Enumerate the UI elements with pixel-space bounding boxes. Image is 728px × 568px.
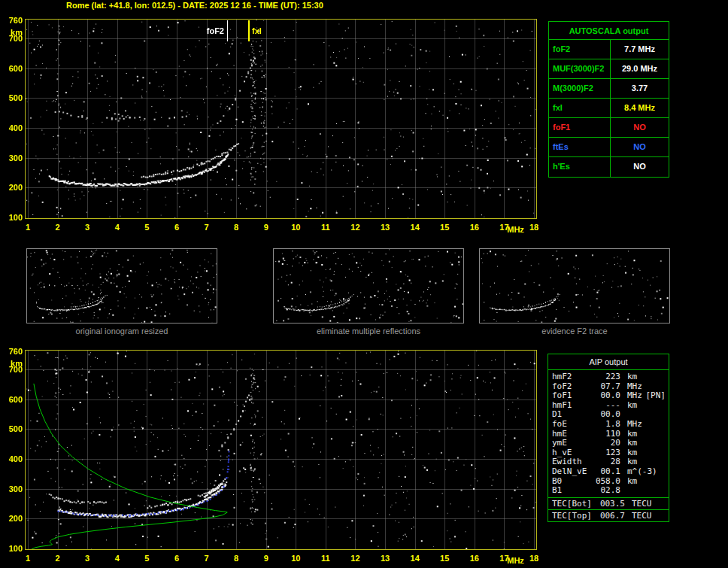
x-tick-label: 13 bbox=[378, 223, 393, 232]
tec-param-name: TEC[Top] bbox=[548, 510, 596, 521]
aip-param-unit: MHz bbox=[620, 391, 646, 401]
x-tick-label: 1 bbox=[20, 554, 35, 563]
x-tick-label: 9 bbox=[259, 554, 274, 563]
autoscala-row: M(3000)F23.77 bbox=[549, 79, 669, 99]
x-tick-label: 2 bbox=[50, 223, 65, 232]
autoscala-row-value: NO bbox=[611, 138, 669, 156]
thumbnail-f2-evidence bbox=[479, 248, 670, 323]
autoscala-row-label: ftEs bbox=[549, 138, 611, 156]
aip-param-value: 1.8 bbox=[593, 420, 620, 430]
aip-param-unit: km bbox=[620, 372, 669, 382]
x-tick-label: 14 bbox=[408, 223, 423, 232]
marker-label-fxI: fxI bbox=[252, 26, 262, 35]
aip-row: DelN_vE00.1m^(-3) bbox=[548, 467, 669, 477]
autoscala-row-value: 8.4 MHz bbox=[611, 99, 669, 117]
y-tick-label: 500 bbox=[1, 424, 23, 433]
aip-param-name: hmF2 bbox=[548, 372, 593, 382]
autoscala-row-label: MUF(3000)F2 bbox=[549, 59, 611, 78]
y-tick-label: 600 bbox=[1, 64, 23, 73]
autoscala-row: MUF(3000)F229.0 MHz bbox=[549, 59, 669, 79]
aip-tec-section: TEC[Bot]003.5TECUTEC[Top]006.7TECU bbox=[548, 497, 669, 521]
aip-param-name: DelN_vE bbox=[548, 467, 593, 477]
x-tick-label: 15 bbox=[437, 554, 452, 563]
autoscala-row-label: foF2 bbox=[549, 40, 611, 59]
autoscala-row: foF1NO bbox=[549, 118, 669, 138]
x-tick-label: 18 bbox=[526, 554, 541, 563]
profile-ionogram-canvas bbox=[26, 351, 536, 549]
tec-param-name: TEC[Bot] bbox=[548, 498, 596, 509]
x-tick-label: 18 bbox=[526, 223, 541, 232]
y-tick-label: 300 bbox=[1, 153, 23, 163]
x-tick-label: 7 bbox=[199, 554, 214, 563]
aip-tec-row: TEC[Top]006.7TECU bbox=[548, 509, 669, 521]
autoscala-row-label: h'Es bbox=[549, 157, 611, 177]
aip-tec-row: TEC[Bot]003.5TECU bbox=[548, 497, 669, 509]
x-tick-label: 10 bbox=[288, 554, 303, 563]
x-tick-label: 8 bbox=[229, 223, 244, 232]
y-tick-label: 200 bbox=[1, 183, 23, 192]
marker-line-foF2 bbox=[227, 20, 228, 41]
autoscala-row-value: 29.0 MHz bbox=[611, 59, 669, 78]
thumbnail-caption-f2-evidence: evidence F2 trace bbox=[479, 327, 670, 336]
x-tick-label: 14 bbox=[408, 554, 423, 563]
aip-param-unit bbox=[620, 486, 669, 496]
autoscala-row-label: foF1 bbox=[549, 118, 611, 137]
y-tick-label: 760 bbox=[1, 347, 23, 356]
x-tick-label: 8 bbox=[229, 554, 244, 563]
aip-param-name: ymE bbox=[548, 439, 593, 448]
x-tick-label: 9 bbox=[259, 223, 274, 232]
aip-row: ymE20km bbox=[548, 439, 669, 448]
x-tick-label: 13 bbox=[378, 554, 393, 563]
autoscala-row-value: 7.7 MHz bbox=[611, 40, 669, 59]
y-axis-unit-label: km bbox=[1, 28, 23, 37]
aip-param-unit: km bbox=[620, 401, 669, 411]
y-tick-label: 400 bbox=[1, 454, 23, 463]
aip-row: foE1.8MHz bbox=[548, 420, 669, 430]
x-tick-label: 11 bbox=[318, 554, 333, 563]
aip-param-unit: m^(-3) bbox=[620, 467, 669, 477]
scaled-ionogram-plot: foF2fxI bbox=[25, 19, 537, 219]
y-tick-label: 500 bbox=[1, 93, 23, 102]
aip-param-unit: MHz bbox=[620, 420, 669, 430]
x-tick-label: 10 bbox=[288, 223, 303, 232]
x-tick-label: 3 bbox=[80, 554, 95, 563]
y-tick-label: 600 bbox=[1, 395, 23, 404]
x-tick-label: 6 bbox=[169, 223, 184, 232]
x-tick-label: 5 bbox=[139, 554, 154, 563]
profile-ionogram-plot bbox=[25, 350, 537, 550]
autoscala-row: ftEsNO bbox=[549, 138, 669, 157]
autoscala-row-label: fxI bbox=[549, 99, 611, 117]
x-tick-label: 1 bbox=[20, 223, 35, 232]
aip-param-note: [PN] bbox=[646, 391, 669, 401]
station-date-time-header: Rome (lat: +41.8, lon: 012.5) - DATE: 20… bbox=[66, 1, 323, 10]
tec-param-unit: TECU bbox=[625, 510, 669, 521]
aip-param-name: foE bbox=[548, 420, 593, 430]
x-tick-label: 7 bbox=[199, 223, 214, 232]
x-tick-label: 16 bbox=[467, 554, 482, 563]
aip-param-value: 00.0 bbox=[593, 391, 620, 401]
marker-label-foF2: foF2 bbox=[197, 26, 224, 35]
autoscala-row-value: NO bbox=[611, 118, 669, 137]
x-tick-label: 6 bbox=[169, 554, 184, 563]
x-tick-label: 15 bbox=[437, 223, 452, 232]
aip-row: B102.8 bbox=[548, 486, 669, 496]
autoscala-row-label: M(3000)F2 bbox=[549, 79, 611, 98]
aip-param-unit: km bbox=[620, 439, 669, 448]
x-tick-label: 4 bbox=[110, 223, 125, 232]
x-tick-label: 11 bbox=[318, 223, 333, 232]
y-tick-label: 300 bbox=[1, 484, 23, 494]
thumbnail-no-reflections bbox=[273, 248, 464, 323]
thumbnail-original-ionogram bbox=[26, 248, 217, 323]
scaled-ionogram-canvas bbox=[26, 20, 536, 218]
aip-param-name: B1 bbox=[548, 486, 593, 496]
autoscala-row: h'EsNO bbox=[549, 157, 669, 177]
aip-row: hmF2223km bbox=[548, 372, 669, 382]
aip-param-unit: km bbox=[620, 477, 669, 487]
thumbnail-no-reflections-canvas bbox=[274, 249, 463, 323]
autoscala-row-value: 3.77 bbox=[611, 79, 669, 98]
tec-param-unit: TECU bbox=[625, 498, 669, 509]
autoscala-row: foF27.7 MHz bbox=[549, 40, 669, 59]
autoscala-row-value: NO bbox=[611, 157, 669, 177]
aip-param-name: foF1 bbox=[548, 391, 593, 401]
aip-table-title: AIP output bbox=[548, 354, 669, 370]
